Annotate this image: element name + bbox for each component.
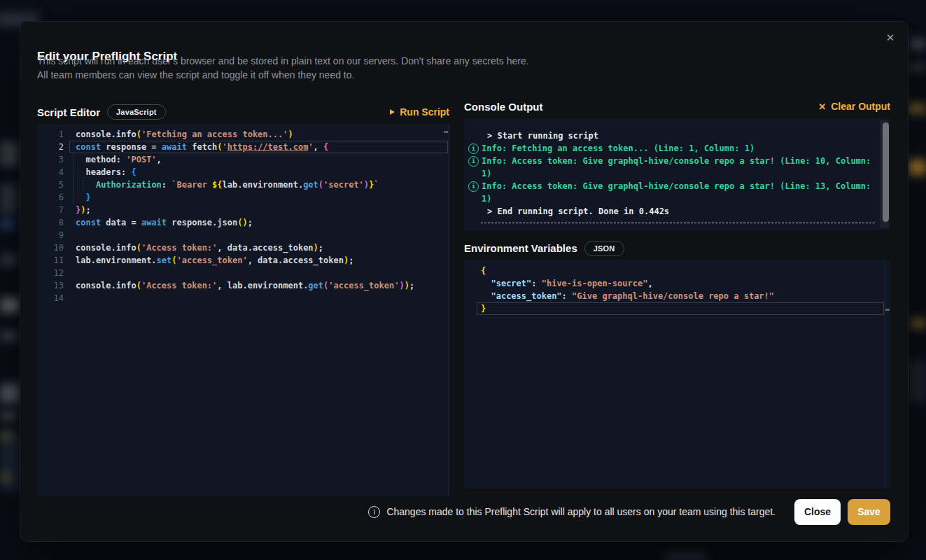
backdrop-blur-blob: [665, 553, 707, 560]
line-number: 10: [37, 241, 64, 254]
play-icon: [390, 109, 395, 115]
console-row: iInfo: Access token: Give graphql-hive/c…: [464, 155, 890, 180]
run-script-button[interactable]: Run Script: [390, 106, 449, 118]
code-line: "secret": "hive-is-open-source",: [464, 277, 890, 290]
backdrop-blur-blob: [908, 160, 926, 175]
console-text: Info: Access token: Give graphql-hive/co…: [482, 180, 881, 205]
line-number: 14: [37, 292, 64, 304]
code-line: 6 }: [37, 191, 449, 204]
code-line: 4 headers: {: [37, 166, 449, 178]
console-row: iInfo: Fetching an access token... (Line…: [464, 142, 890, 155]
line-number: 12: [37, 267, 64, 279]
run-script-label: Run Script: [400, 106, 449, 118]
code-line: 10console.info('Access token:', data.acc…: [37, 241, 449, 254]
modal-footer: i Changes made to this Preflight Script …: [37, 498, 890, 525]
backdrop-blur-blob: [2, 473, 10, 481]
backdrop-blur-blob: [0, 384, 20, 403]
script-code-editor[interactable]: 1console.info('Fetching an access token.…: [37, 124, 449, 496]
line-number: 6: [37, 191, 64, 204]
console-row: i> End running script. Done in 0.442s: [464, 205, 890, 218]
environment-variables-label: Environment Variables: [464, 242, 577, 254]
info-icon: i: [368, 506, 380, 518]
preflight-script-modal: ✕ Edit your Preflight Script This script…: [20, 21, 909, 542]
close-button[interactable]: Close: [794, 499, 841, 525]
script-editor-section: Script Editor JavaScript Run Script 1con…: [37, 100, 449, 496]
code-line: 1console.info('Fetching an access token.…: [37, 128, 449, 141]
console-output-panel: i> Start running scriptiInfo: Fetching a…: [464, 118, 890, 230]
clear-icon: ✕: [818, 102, 826, 111]
code-line: 5 Authorization: `Bearer ${lab.environme…: [37, 178, 449, 191]
info-circle-icon: i: [468, 156, 479, 167]
console-text: Info: Access token: Give graphql-hive/co…: [482, 155, 881, 180]
console-row: iInfo: Access token: Give graphql-hive/c…: [464, 180, 890, 205]
code-line: 12: [37, 267, 449, 279]
close-icon[interactable]: ✕: [883, 30, 898, 46]
environment-variables-editor[interactable]: { "secret": "hive-is-open-source", "acce…: [464, 260, 890, 489]
console-text: > End running script. Done in 0.442s: [482, 205, 669, 218]
backdrop-blur-blob: [910, 38, 926, 50]
line-number: 11: [37, 254, 64, 267]
console-text: > Start running script: [482, 130, 598, 142]
code-line: "access_token": "Give graphql-hive/conso…: [464, 290, 890, 302]
backdrop-blur-blob: [0, 218, 14, 230]
backdrop-blur-blob: [0, 253, 17, 266]
code-line: 8const data = await response.json();: [37, 216, 449, 229]
console-text: Info: Fetching an access token... (Line:…: [482, 142, 755, 155]
line-number: 4: [37, 166, 64, 178]
backdrop-blur-blob: [0, 141, 18, 167]
line-number: 8: [37, 216, 64, 229]
code-line: 3 method: 'POST',: [37, 153, 449, 166]
console-section: Console Output ✕ Clear Output i> Start r…: [464, 94, 890, 489]
indent-guide: [73, 153, 73, 204]
backdrop-blur-blob: [0, 183, 17, 214]
save-button[interactable]: Save: [848, 499, 890, 525]
line-number: 7: [37, 204, 64, 216]
current-line-highlight: [477, 302, 884, 315]
clear-output-label: Clear Output: [831, 101, 890, 112]
code-line: {: [464, 265, 890, 277]
backdrop-blur-blob: [910, 318, 926, 328]
modal-description-line2: All team members can view the script and…: [37, 68, 354, 82]
line-number: 1: [37, 128, 64, 141]
overview-ruler-mark: [885, 309, 890, 311]
indent-guide: [83, 178, 83, 191]
line-number: 3: [37, 153, 64, 166]
console-scrollbar-thumb[interactable]: [883, 122, 889, 222]
console-separator: [481, 223, 875, 223]
footer-note: Changes made to this Preflight Script wi…: [386, 506, 776, 517]
code-line: 9: [37, 229, 449, 241]
code-line: 14: [37, 292, 449, 304]
backdrop-blur-blob: [909, 360, 926, 402]
backdrop-blur-blob: [0, 298, 20, 313]
code-line: 11lab.environment.set('access_token', da…: [37, 254, 449, 267]
clear-output-button[interactable]: ✕ Clear Output: [818, 101, 890, 112]
line-number: 2: [37, 141, 64, 153]
script-editor-label: Script Editor: [37, 106, 100, 118]
backdrop-blur-blob: [907, 104, 926, 113]
console-row: i> Start running script: [464, 130, 890, 142]
current-line-highlight: [69, 141, 448, 153]
modal-description-line1: This script will run in each user's brow…: [37, 54, 529, 68]
env-format-badge: JSON: [584, 241, 624, 256]
line-number: 13: [37, 279, 64, 292]
code-line: 7});: [37, 204, 449, 216]
backdrop-blur-blob: [0, 330, 17, 342]
line-number: 9: [37, 229, 64, 241]
info-circle-icon: i: [468, 144, 479, 154]
script-language-badge: JavaScript: [107, 104, 166, 120]
editor-scrollbar-track: [885, 260, 885, 489]
backdrop-blur-blob: [910, 63, 926, 71]
backdrop-blur-blob: [2, 433, 10, 440]
overview-ruler-mark: [444, 131, 448, 133]
backdrop-blur-blob: [0, 410, 17, 421]
line-number: 5: [37, 178, 64, 191]
code-line: 13console.info('Access token:', lab.envi…: [37, 279, 449, 292]
info-circle-icon: i: [468, 181, 479, 192]
console-output-label: Console Output: [464, 101, 543, 113]
